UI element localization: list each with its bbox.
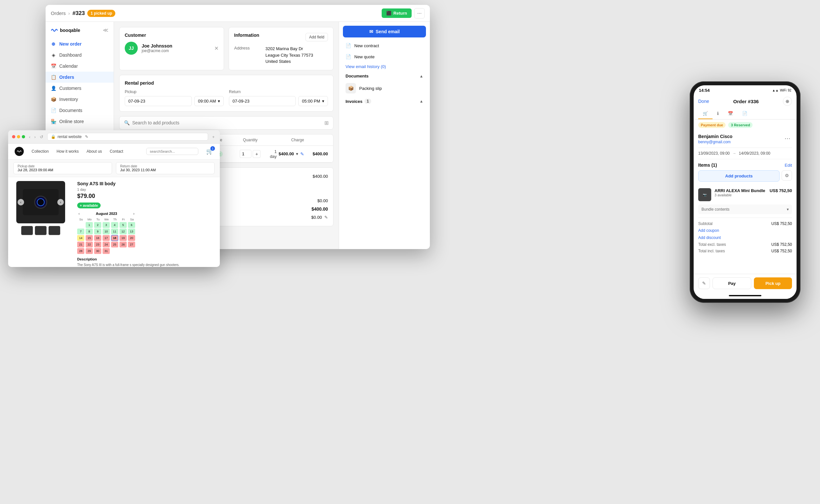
calendar-prev-button[interactable]: ‹ [77,212,81,216]
quantity-input[interactable] [240,150,251,158]
cal-day-15[interactable]: 15 [86,235,93,241]
browser-reload-button[interactable]: ↺ [38,134,45,140]
sidebar-item-calendar[interactable]: 📅 Calendar [46,61,114,72]
documents-collapse-button[interactable]: ▲ [419,74,423,78]
sidebar-item-new-order[interactable]: ⊕ New order [46,38,114,49]
pickup-date-box[interactable]: Pickup date Jul 28, 2023 09:00 AM [13,162,112,174]
store-nav-contact[interactable]: Contact [110,149,123,154]
cal-day-14[interactable]: 14 [77,235,84,241]
add-products-button[interactable]: Add products [698,170,780,182]
cal-day-12[interactable]: 12 [120,229,127,234]
add-field-button[interactable]: Add field [305,33,328,41]
cal-day-21[interactable]: 21 [77,242,84,247]
phone-customer-email[interactable]: benny@gmail.com [698,140,732,144]
browser-back-button[interactable]: ‹ [28,134,32,140]
bundle-contents-row[interactable]: Bundle contents ▾ [698,204,792,214]
sidebar-item-documents[interactable]: 📄 Documents [46,105,114,116]
return-date-input[interactable] [229,96,296,106]
browser-forward-button[interactable]: › [33,134,37,140]
packing-slip-item[interactable]: 📦 Packing slip [343,80,426,96]
cal-day-26[interactable]: 26 [120,242,127,247]
more-options-button[interactable]: ··· [414,8,425,19]
tab-document[interactable]: 📄 [738,108,752,119]
cal-day-3[interactable]: 3 [103,222,110,228]
thumbnail-3[interactable] [49,226,60,235]
tab-calendar[interactable]: 📅 [723,108,738,119]
pickup-time-select[interactable]: 09:00 AM ▾ [194,96,224,106]
cal-day-8[interactable]: 8 [86,229,93,234]
edit-charge-button[interactable]: ✎ [300,151,304,157]
return-date-box[interactable]: Return date Jul 30, 2023 11:00 AM [116,162,215,174]
thumbnail-1[interactable] [21,226,33,235]
store-search-input[interactable] [146,148,198,155]
tab-cart[interactable]: 🛒 [698,108,713,119]
pickup-date-input[interactable] [125,96,192,106]
phone-add-discount-link[interactable]: Add discount [698,234,792,241]
cal-day-6[interactable]: 6 [128,222,135,228]
done-button[interactable]: Done [698,99,709,104]
browser-url-bar[interactable]: 🔒 rental website ✎ [47,133,208,141]
cal-day-19[interactable]: 19 [120,235,127,241]
browser-add-tab-button[interactable]: + [211,134,216,140]
close-window-dot[interactable] [12,135,15,138]
sidebar-item-dashboard[interactable]: ◈ Dashboard [46,49,114,61]
view-email-history-link[interactable]: View email history (0) [343,62,426,71]
cal-day-2[interactable]: 2 [94,222,101,228]
calendar-next-button[interactable]: › [132,212,136,216]
send-email-button[interactable]: ✉ Send email [343,26,426,37]
cal-day-27[interactable]: 27 [128,242,135,247]
sidebar-item-inventory[interactable]: 📦 Inventory [46,94,114,105]
cal-day-20[interactable]: 20 [128,235,135,241]
edit-deposit-button[interactable]: ✎ [324,215,328,220]
cal-day-9[interactable]: 9 [94,229,101,234]
phone-items-edit-button[interactable]: Edit [785,163,792,168]
cal-day-1[interactable]: 1 [86,222,93,228]
tab-info[interactable]: ℹ [713,108,723,119]
sidebar-item-orders[interactable]: 📋 Orders [46,72,114,83]
cal-day-11[interactable]: 11 [111,229,118,234]
cal-day-7[interactable]: 7 [77,229,84,234]
sidebar-item-online-store[interactable]: 🏪 Online store [46,116,114,127]
customer-more-button[interactable]: ⋯ [783,134,792,143]
cal-day-13[interactable]: 13 [128,229,135,234]
remove-customer-button[interactable]: ✕ [214,45,219,51]
minimize-window-dot[interactable] [17,135,20,138]
expand-button[interactable]: ⊕ [783,97,792,106]
new-contract-item[interactable]: 📄 New contract [343,40,426,51]
sidebar-item-customers[interactable]: 👤 Customers [46,83,114,94]
return-button[interactable]: ⬛ Return [382,8,412,18]
cal-day-30[interactable]: 30 [94,248,101,254]
cal-day-17[interactable]: 17 [103,235,110,241]
phone-pay-button[interactable]: Pay [713,277,751,289]
return-time-select[interactable]: 05:00 PM ▾ [298,96,328,106]
phone-add-coupon-link[interactable]: Add coupon [698,227,792,234]
cal-day-10[interactable]: 10 [103,229,110,234]
product-settings-button[interactable]: ⚙ [782,170,792,181]
cal-day-29[interactable]: 29 [86,248,93,254]
product-search-input[interactable] [132,120,322,125]
product-search-bar[interactable]: 🔍 ⊞ [119,116,333,130]
store-nav-collection[interactable]: Collection [32,149,49,154]
cart-button[interactable]: 🛒 1 [206,148,213,155]
new-quote-item[interactable]: 📄 New quote [343,51,426,62]
cal-day-28[interactable]: 28 [77,248,84,254]
store-nav-how-it-works[interactable]: How it works [57,149,79,154]
cal-day-24[interactable]: 24 [103,242,110,247]
phone-edit-button[interactable]: ✎ [698,277,710,289]
store-nav-about[interactable]: About us [87,149,102,154]
phone-pickup-button[interactable]: Pick up [754,277,792,289]
image-prev-button[interactable]: ‹ [18,199,24,205]
thumbnail-2[interactable] [35,226,47,235]
invoices-collapse-button[interactable]: ▲ [419,99,423,104]
sidebar-collapse-button[interactable]: ≪ [103,27,108,33]
cal-day-18[interactable]: 18 [111,235,118,241]
cal-day-23[interactable]: 23 [94,242,101,247]
cal-day-31[interactable]: 31 [103,248,110,254]
cal-day-5[interactable]: 5 [120,222,127,228]
cal-day-4[interactable]: 4 [111,222,118,228]
cal-day-22[interactable]: 22 [86,242,93,247]
quantity-increment-button[interactable]: + [253,150,261,158]
cal-day-16[interactable]: 16 [94,235,101,241]
cal-day-25[interactable]: 25 [111,242,118,247]
maximize-window-dot[interactable] [22,135,25,138]
